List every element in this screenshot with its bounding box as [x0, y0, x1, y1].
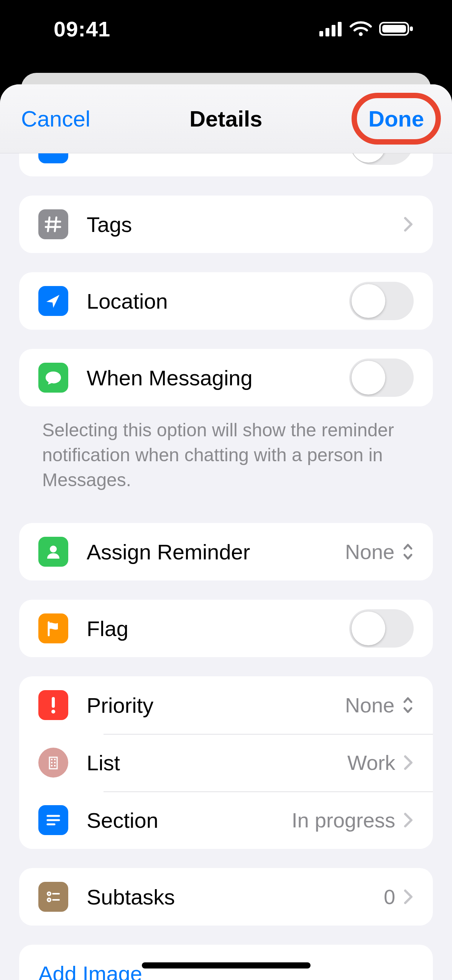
page-title: Details — [189, 106, 262, 132]
partial-icon — [38, 153, 68, 163]
done-button-label: Done — [368, 106, 424, 131]
flag-icon — [38, 613, 68, 643]
partial-row-above — [19, 153, 433, 176]
status-time: 09:41 — [54, 16, 110, 41]
svg-point-27 — [48, 898, 51, 901]
battery-icon — [379, 20, 414, 37]
home-indicator — [142, 962, 311, 968]
svg-rect-21 — [54, 765, 56, 766]
section-value: In progress — [292, 808, 395, 832]
svg-point-4 — [359, 32, 363, 36]
messaging-row[interactable]: When Messaging — [19, 349, 433, 406]
person-icon — [38, 537, 68, 567]
tags-label: Tags — [87, 212, 403, 237]
message-icon — [38, 363, 68, 393]
list-value: Work — [347, 751, 395, 774]
messaging-label: When Messaging — [87, 365, 349, 390]
chevron-right-icon — [403, 216, 414, 233]
add-image-label: Add Image — [38, 961, 142, 980]
svg-point-12 — [50, 546, 57, 552]
partial-toggle[interactable] — [349, 153, 414, 165]
details-sheet: Cancel Details Done — [0, 84, 452, 980]
svg-rect-1 — [325, 28, 329, 36]
svg-point-25 — [48, 892, 51, 895]
subtasks-row[interactable]: Subtasks 0 — [19, 868, 433, 926]
messaging-footer-text: Selecting this option will show the remi… — [19, 406, 433, 492]
list-label: List — [87, 750, 347, 775]
flag-label: Flag — [87, 616, 349, 641]
location-icon — [38, 286, 68, 316]
svg-rect-13 — [52, 697, 55, 708]
svg-rect-17 — [54, 759, 56, 760]
assign-reminder-value: None — [345, 540, 394, 564]
chevron-right-icon — [403, 754, 414, 771]
wifi-icon — [349, 20, 372, 37]
svg-rect-20 — [51, 765, 53, 766]
list-row[interactable]: List Work — [19, 734, 433, 791]
done-button[interactable]: Done — [362, 102, 431, 135]
cancel-button[interactable]: Cancel — [21, 106, 90, 132]
svg-line-9 — [55, 217, 56, 231]
svg-rect-19 — [54, 762, 56, 763]
svg-rect-16 — [51, 759, 53, 760]
location-label: Location — [87, 289, 349, 314]
chevron-right-icon — [403, 888, 414, 905]
assign-reminder-label: Assign Reminder — [87, 539, 345, 564]
status-bar: 09:41 — [0, 0, 452, 69]
section-label: Section — [87, 808, 292, 833]
flag-toggle[interactable] — [349, 609, 414, 648]
messaging-toggle[interactable] — [349, 358, 414, 397]
priority-label: Priority — [87, 693, 345, 718]
svg-rect-0 — [319, 31, 323, 36]
status-icons — [319, 20, 414, 37]
section-icon — [38, 805, 68, 835]
location-row[interactable]: Location — [19, 272, 433, 330]
cellular-icon — [319, 21, 342, 36]
svg-rect-6 — [382, 25, 406, 33]
subtasks-value: 0 — [384, 885, 395, 909]
svg-rect-7 — [410, 26, 413, 31]
svg-point-14 — [51, 710, 55, 714]
svg-rect-2 — [332, 25, 335, 36]
location-toggle[interactable] — [349, 282, 414, 320]
exclamation-icon — [38, 690, 68, 720]
svg-rect-15 — [49, 757, 57, 769]
subtasks-icon — [38, 882, 68, 912]
priority-row[interactable]: Priority None — [19, 676, 433, 734]
svg-line-8 — [48, 217, 49, 231]
assign-reminder-row[interactable]: Assign Reminder None — [19, 523, 433, 580]
svg-rect-3 — [338, 22, 342, 36]
priority-value: None — [345, 693, 394, 717]
updown-icon — [402, 543, 414, 561]
updown-icon — [402, 696, 414, 714]
tags-row[interactable]: Tags — [19, 196, 433, 253]
subtasks-label: Subtasks — [87, 885, 384, 909]
chevron-right-icon — [403, 812, 414, 829]
nav-bar: Cancel Details Done — [0, 84, 452, 153]
building-icon — [38, 748, 68, 778]
flag-row[interactable]: Flag — [19, 600, 433, 657]
svg-rect-18 — [51, 762, 53, 763]
hash-icon — [38, 209, 68, 239]
section-row[interactable]: Section In progress — [19, 791, 433, 849]
